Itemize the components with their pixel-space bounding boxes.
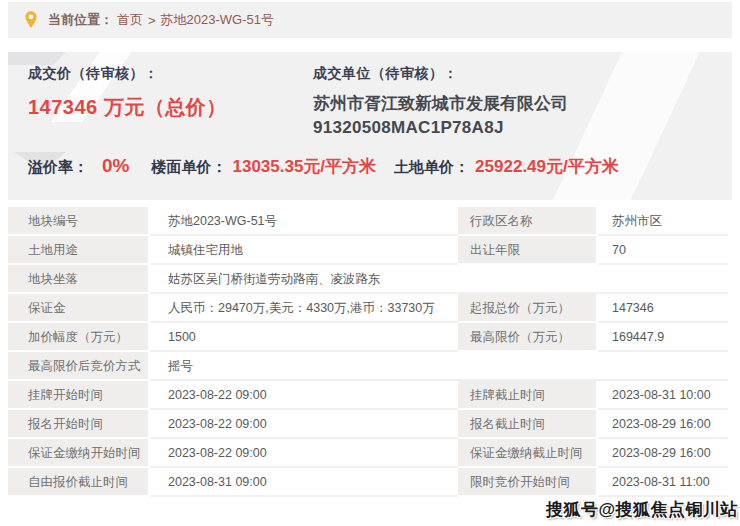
field-label: 保证金缴纳开始时间	[8, 439, 150, 468]
field-value: 1500	[150, 323, 458, 352]
field-value: 2023-08-29 16:00	[598, 439, 728, 468]
deal-unit-name: 苏州市胥江致新城市发展有限公司	[313, 92, 568, 115]
field-label: 保证金	[8, 294, 150, 323]
breadcrumb-label: 当前位置：	[48, 11, 113, 29]
page-container: 当前位置： 首页 > 苏地2023-WG-51号 成交价（待审核）： 14734…	[8, 0, 732, 497]
floor-price-value: 13035.35元/平方米	[232, 155, 376, 178]
field-label: 土地用途	[8, 236, 150, 265]
breadcrumb: 当前位置： 首页 > 苏地2023-WG-51号	[8, 2, 732, 38]
field-label: 最高限价（万元）	[458, 323, 598, 352]
field-label: 起报总价（万元）	[458, 294, 598, 323]
field-value: 摇号	[150, 352, 728, 381]
field-label: 报名截止时间	[458, 410, 598, 439]
location-pin-icon	[24, 11, 38, 29]
field-label: 挂牌截止时间	[458, 381, 598, 410]
watermark: 搜狐号@搜狐焦点铜川站	[546, 498, 738, 521]
premium-rate-label: 溢价率：	[28, 158, 88, 177]
field-value: 2023-08-31 09:00	[150, 468, 458, 497]
field-value: 147346	[598, 294, 728, 323]
field-value: 人民币：29470万,美元：4330万,港币：33730万	[150, 294, 458, 323]
premium-rate-value: 0%	[102, 155, 129, 177]
breadcrumb-current-page: 苏地2023-WG-51号	[161, 11, 274, 29]
field-label: 出让年限	[458, 236, 598, 265]
breadcrumb-link-home[interactable]: 首页	[117, 11, 143, 29]
field-value: 70	[598, 236, 728, 265]
deal-summary-panel: 成交价（待审核）： 147346 万元（总价） 成交单位（待审核）： 苏州市胥江…	[8, 52, 732, 200]
field-label: 行政区名称	[458, 207, 598, 236]
deal-price-label: 成交价（待审核）：	[28, 65, 159, 83]
field-value: 苏地2023-WG-51号	[150, 207, 458, 236]
field-label: 挂牌开始时间	[8, 381, 150, 410]
field-label: 限时竞价开始时间	[458, 468, 598, 497]
field-value: 姑苏区吴门桥街道劳动路南、凌波路东	[150, 265, 728, 294]
field-value: 2023-08-22 09:00	[150, 381, 458, 410]
floor-price-label: 楼面单价：	[151, 158, 226, 177]
field-label: 自由报价截止时间	[8, 468, 150, 497]
decorative-wedge	[8, 52, 66, 65]
land-info-table: 地块编号苏地2023-WG-51号行政区名称苏州市区土地用途城镇住宅用地出让年限…	[8, 207, 732, 497]
field-value: 2023-08-31 10:00	[598, 381, 728, 410]
field-label: 地块编号	[8, 207, 150, 236]
field-value: 苏州市区	[598, 207, 728, 236]
land-price-label: 土地单价：	[394, 158, 469, 177]
field-label: 地块坐落	[8, 265, 150, 294]
field-label: 加价幅度（万元）	[8, 323, 150, 352]
field-value: 169447.9	[598, 323, 728, 352]
field-value: 2023-08-22 09:00	[150, 439, 458, 468]
field-label: 报名开始时间	[8, 410, 150, 439]
deal-unit-label: 成交单位（待审核）：	[313, 65, 458, 83]
breadcrumb-separator: >	[148, 13, 156, 28]
field-label: 最高限价后竞价方式	[8, 352, 150, 381]
field-value: 2023-08-22 09:00	[150, 410, 458, 439]
land-price-value: 25922.49元/平方米	[475, 155, 619, 178]
field-value: 2023-08-31 11:00	[598, 468, 728, 497]
deal-price-value: 147346 万元（总价）	[28, 94, 227, 121]
premium-row: 溢价率： 0% 楼面单价： 13035.35元/平方米 土地单价： 25922.…	[28, 155, 637, 178]
deal-unit-code: 91320508MAC1P78A8J	[313, 118, 504, 138]
field-label: 保证金缴纳截止时间	[458, 439, 598, 468]
field-value: 城镇住宅用地	[150, 236, 458, 265]
field-value: 2023-08-29 16:00	[598, 410, 728, 439]
